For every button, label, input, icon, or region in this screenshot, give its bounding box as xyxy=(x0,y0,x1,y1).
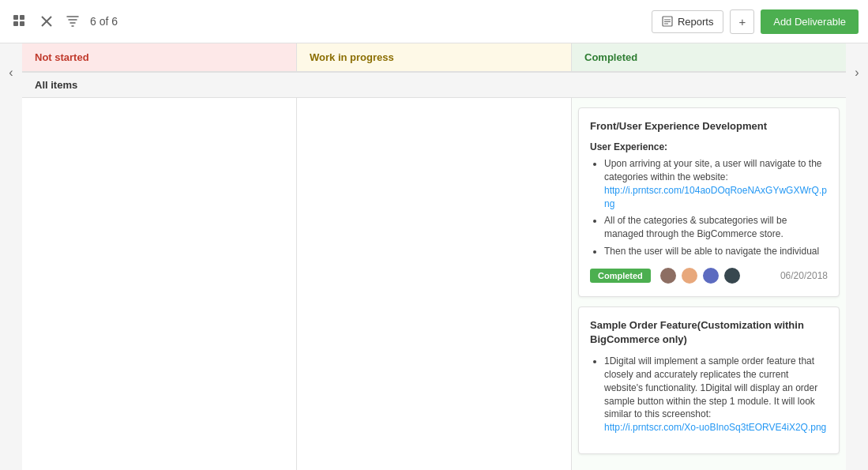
reports-label: Reports xyxy=(678,16,714,28)
reports-button[interactable]: Reports xyxy=(652,10,724,33)
card-title-2: Sample Order Feature(Customization withi… xyxy=(590,318,828,347)
card-sample-order: Sample Order Feature(Customization withi… xyxy=(578,306,840,454)
apps-icon-button[interactable] xyxy=(9,11,30,32)
column-header-completed: Completed xyxy=(572,43,846,72)
svg-rect-3 xyxy=(20,21,24,26)
chevron-right-icon: › xyxy=(855,66,859,80)
column-body-completed: Front/User Experience Development User E… xyxy=(572,98,846,470)
card-footer-left: Completed xyxy=(590,266,742,285)
all-items-label: All items xyxy=(35,79,77,91)
board-inner: Not started Work in progress Completed A… xyxy=(22,43,846,470)
list-item: All of the categories & subcategories wi… xyxy=(604,214,828,241)
card-link-1[interactable]: http://i.prntscr.com/104aoDOqRoeNAxGYwGX… xyxy=(604,185,827,209)
svg-rect-2 xyxy=(13,21,18,26)
plus-button[interactable]: + xyxy=(730,9,754,34)
card-section-label-1: User Experience: xyxy=(590,141,828,152)
apps-icon xyxy=(13,14,27,28)
svg-rect-0 xyxy=(13,15,18,20)
toolbar-right: Reports + Add Deliverable xyxy=(652,9,859,34)
card-date-1: 06/20/2018 xyxy=(780,270,828,281)
card-footer-1: Completed 06/20/2018 xyxy=(590,266,828,285)
plus-icon: + xyxy=(738,15,746,28)
card-title-1: Front/User Experience Development xyxy=(590,119,828,133)
toolbar-left: 6 of 6 xyxy=(9,11,652,32)
filter-icon xyxy=(66,16,79,27)
card-front-ux: Front/User Experience Development User E… xyxy=(578,107,840,297)
list-item: 1Digital will implement a sample order f… xyxy=(604,355,828,434)
filter-button[interactable] xyxy=(63,13,82,30)
avatar xyxy=(701,266,720,285)
board: ‹ Not started Work in progress Completed… xyxy=(0,43,868,470)
column-header-not-started: Not started xyxy=(22,43,297,72)
nav-left-button[interactable]: ‹ xyxy=(0,43,22,470)
columns-row: Front/User Experience Development User E… xyxy=(22,98,846,470)
column-header-wip: Work in progress xyxy=(297,43,572,72)
card-list-1: Upon arriving at your site, a user will … xyxy=(590,157,828,258)
count-text: 6 of 6 xyxy=(90,15,118,28)
column-headers: Not started Work in progress Completed xyxy=(22,43,846,73)
column-body-not-started xyxy=(22,98,297,470)
status-badge-1: Completed xyxy=(590,269,651,283)
reports-icon xyxy=(662,16,673,27)
avatar xyxy=(723,266,742,285)
close-button[interactable] xyxy=(38,13,55,30)
all-items-bar: All items xyxy=(22,73,846,98)
avatars-1 xyxy=(659,266,742,285)
avatar xyxy=(659,266,678,285)
avatar xyxy=(680,266,699,285)
nav-right-button[interactable]: › xyxy=(846,43,868,470)
chevron-left-icon: ‹ xyxy=(9,66,13,80)
svg-rect-1 xyxy=(20,15,24,20)
close-icon xyxy=(41,16,52,27)
list-item: Upon arriving at your site, a user will … xyxy=(604,157,828,210)
card-list-2: 1Digital will implement a sample order f… xyxy=(590,355,828,434)
column-body-wip xyxy=(297,98,572,470)
add-deliverable-button[interactable]: Add Deliverable xyxy=(761,9,859,34)
toolbar: 6 of 6 Reports + Add Deliverable xyxy=(0,0,868,43)
list-item: Then the user will be able to navigate t… xyxy=(604,245,828,258)
card-link-2[interactable]: http://i.prntscr.com/Xo-uoBInoSq3tEORVE4… xyxy=(604,422,826,433)
